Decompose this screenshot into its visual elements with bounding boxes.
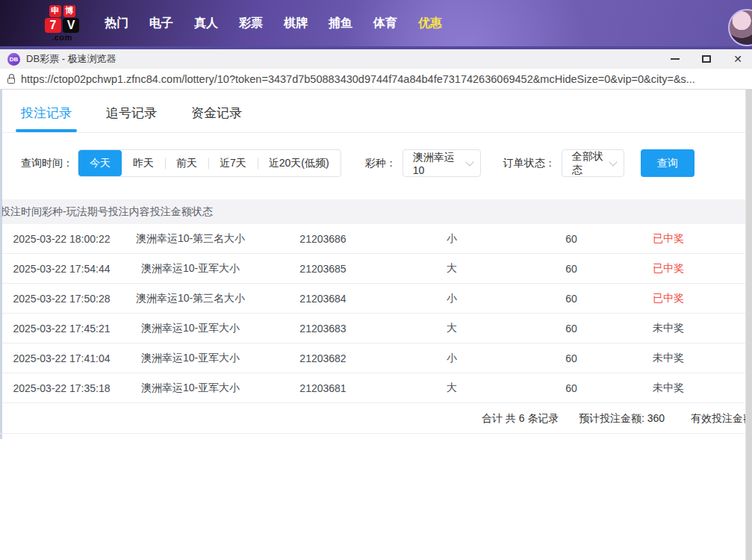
- cell-bet-content: 小: [388, 232, 515, 246]
- cell-status: 已中奖: [627, 292, 709, 305]
- cell-game-play: 澳洲幸运10-第三名大小: [123, 232, 258, 246]
- left-edge-strip: [0, 90, 2, 439]
- screen: 申 博 7 V .com 热门电子真人彩票棋牌捕鱼体育优惠 DB DB彩票 - …: [0, 0, 752, 560]
- cell-bet-content: 小: [388, 352, 515, 365]
- cell-issue-number: 21203681: [258, 382, 388, 394]
- cell-game-play: 澳洲幸运10-亚军大小: [123, 352, 258, 365]
- logo-mid-row: 7 V: [45, 18, 79, 33]
- search-button[interactable]: 查询: [641, 149, 694, 177]
- time-option-button[interactable]: 近20天(低频): [258, 150, 341, 176]
- table-row[interactable]: 2025-03-22 17:41:04 澳洲幸运10-亚军大小 21203682…: [0, 343, 752, 373]
- active-tab-underline: [16, 129, 77, 132]
- logo-top-row: 申 博: [49, 5, 75, 17]
- lottery-select[interactable]: 澳洲幸运10: [403, 149, 481, 177]
- time-option-button[interactable]: 昨天: [122, 150, 165, 176]
- cell-issue-number: 21203686: [258, 233, 388, 245]
- scrollbar[interactable]: [745, 90, 752, 560]
- site-logo[interactable]: 申 博 7 V .com: [45, 5, 79, 42]
- logo-domain: .com: [52, 33, 72, 42]
- table-row[interactable]: 2025-03-22 17:35:18 澳洲幸运10-亚军大小 21203681…: [0, 373, 752, 403]
- minimize-icon: [671, 58, 680, 60]
- close-button[interactable]: ✕: [733, 49, 743, 69]
- column-header: 期号: [87, 205, 108, 219]
- promo-nav-item[interactable]: 体育: [363, 16, 408, 31]
- cell-bet-content: 大: [388, 382, 515, 395]
- logo-char-2: 博: [63, 5, 75, 17]
- minimize-button[interactable]: [670, 49, 680, 69]
- tab[interactable]: 追号记录: [106, 105, 157, 132]
- browser-title-bar: DB DB彩票 - 极速浏览器 ✕: [0, 49, 752, 69]
- column-header: 投注金额: [150, 205, 192, 219]
- time-option-button[interactable]: 前天: [165, 150, 208, 176]
- cell-status: 未中奖: [627, 322, 709, 335]
- lottery-filter-label: 彩种：: [365, 157, 397, 170]
- browser-window: DB DB彩票 - 极速浏览器 ✕ https://ctop02pchwp1.z…: [0, 46, 752, 560]
- cell-bet-content: 大: [388, 262, 515, 276]
- summary-row: 合计 共 6 条记录 预计投注金额: 360 有效投注金额:: [0, 403, 752, 434]
- promo-nav: 热门电子真人彩票棋牌捕鱼体育优惠: [94, 16, 453, 31]
- lock-icon: [7, 78, 15, 84]
- table-row[interactable]: 2025-03-22 17:50:28 澳洲幸运10-第三名大小 2120368…: [0, 284, 752, 314]
- table-body: 2025-03-22 18:00:22 澳洲幸运10-第三名大小 2120368…: [0, 224, 752, 403]
- time-filter-label: 查询时间：: [21, 157, 73, 170]
- tab[interactable]: 资金记录: [191, 105, 242, 132]
- cell-issue-number: 21203683: [258, 323, 388, 335]
- status-select[interactable]: 全部状态: [562, 149, 624, 177]
- time-option-button[interactable]: 今天: [78, 150, 122, 176]
- time-option-button[interactable]: 近7天: [208, 150, 258, 176]
- filter-bar: 查询时间： 今天昨天前天近7天近20天(低频) 彩种： 澳洲幸运10 订单状态：…: [21, 149, 752, 177]
- status-select-value: 全部状态: [572, 150, 604, 177]
- promo-nav-item[interactable]: 电子: [139, 16, 184, 31]
- cell-bet-time: 2025-03-22 17:41:04: [0, 352, 123, 364]
- cell-game-play: 澳洲幸运10-亚军大小: [123, 322, 258, 335]
- cell-bet-time: 2025-03-22 17:50:28: [0, 293, 123, 305]
- logo-7: 7: [45, 18, 61, 33]
- tab[interactable]: 投注记录: [21, 105, 72, 132]
- promo-nav-item[interactable]: 捕鱼: [318, 16, 363, 31]
- cell-status: 已中奖: [627, 262, 709, 276]
- url-text[interactable]: https://ctop02pchwp1.zfnc84.com/lottery/…: [21, 73, 745, 85]
- page-content: 投注记录 追号记录 资金记录 查询时间： 今天昨天前天近7天近20天(低频) 彩…: [0, 90, 752, 560]
- promo-nav-item[interactable]: 彩票: [229, 16, 273, 31]
- record-tabs: 投注记录 追号记录 资金记录: [0, 90, 752, 133]
- avatar[interactable]: [728, 9, 752, 46]
- cell-bet-time: 2025-03-22 17:54:44: [0, 263, 123, 275]
- column-header: 投注时间: [0, 205, 42, 219]
- promo-nav-item[interactable]: 优惠: [408, 16, 453, 31]
- valid-amount-summary: 有效投注金额:: [691, 403, 752, 434]
- cell-bet-amount: 60: [515, 293, 627, 305]
- chevron-down-icon: [465, 158, 473, 166]
- cell-bet-amount: 60: [515, 263, 627, 275]
- cell-bet-amount: 60: [515, 382, 627, 394]
- chevron-down-icon: [609, 158, 617, 166]
- table-row[interactable]: 2025-03-22 17:45:21 澳洲幸运10-亚军大小 21203683…: [0, 314, 752, 343]
- cell-bet-content: 小: [388, 292, 515, 305]
- cell-issue-number: 21203685: [258, 263, 388, 275]
- table-row[interactable]: 2025-03-22 18:00:22 澳洲幸运10-第三名大小 2120368…: [0, 224, 752, 254]
- cell-bet-time: 2025-03-22 17:35:18: [0, 382, 123, 394]
- cell-issue-number: 21203684: [258, 293, 388, 305]
- table-row[interactable]: 2025-03-22 17:54:44 澳洲幸运10-亚军大小 21203685…: [0, 254, 752, 284]
- column-header: 彩种-玩法: [42, 205, 87, 219]
- cell-game-play: 澳洲幸运10-第三名大小: [123, 292, 258, 305]
- promo-nav-item[interactable]: 热门: [94, 16, 139, 31]
- table-header: 投注时间彩种-玩法期号投注内容投注金额状态: [0, 199, 752, 224]
- tab-label: 资金记录: [191, 106, 242, 120]
- promo-nav-item[interactable]: 真人: [184, 16, 229, 31]
- tab-label: 追号记录: [106, 106, 157, 120]
- maximize-button[interactable]: [701, 49, 712, 69]
- cell-bet-time: 2025-03-22 18:00:22: [0, 233, 123, 245]
- tab-label: 投注记录: [21, 106, 72, 120]
- expected-amount-summary: 预计投注金额: 360: [579, 403, 665, 434]
- bet-record-table: 投注时间彩种-玩法期号投注内容投注金额状态 2025-03-22 18:00:2…: [0, 199, 752, 434]
- cell-game-play: 澳洲幸运10-亚军大小: [123, 262, 258, 276]
- promo-nav-item[interactable]: 棋牌: [273, 16, 318, 31]
- promo-bar: 申 博 7 V .com 热门电子真人彩票棋牌捕鱼体育优惠: [0, 0, 752, 46]
- record-count-summary: 合计 共 6 条记录: [482, 403, 559, 434]
- cell-status: 未中奖: [627, 382, 709, 395]
- cell-bet-content: 大: [388, 322, 515, 335]
- cell-status: 未中奖: [627, 352, 709, 365]
- url-bar[interactable]: https://ctop02pchwp1.zfnc84.com/lottery/…: [0, 69, 752, 90]
- cell-game-play: 澳洲幸运10-亚军大小: [123, 382, 258, 395]
- window-title: DB彩票 - 极速浏览器: [26, 52, 116, 66]
